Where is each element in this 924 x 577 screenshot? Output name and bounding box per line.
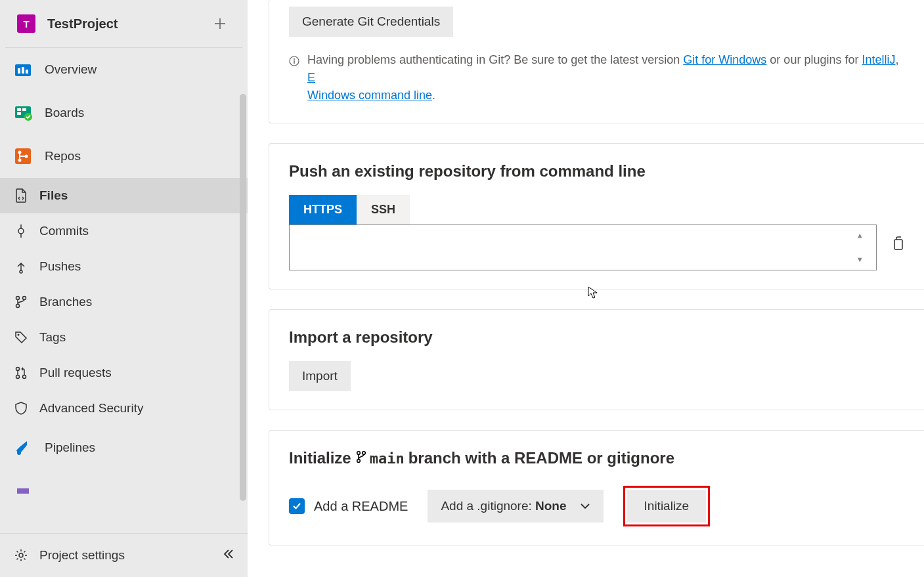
- nav-overview[interactable]: Overview: [0, 48, 248, 91]
- nav-pipelines[interactable]: Pipelines: [0, 426, 248, 469]
- nav-label: Pull requests: [39, 366, 112, 380]
- link-intellij[interactable]: IntelliJ: [862, 53, 895, 66]
- svg-point-11: [18, 159, 22, 162]
- nav-branches[interactable]: Branches: [0, 284, 248, 320]
- svg-rect-6: [17, 112, 21, 115]
- svg-rect-23: [17, 488, 29, 494]
- sidebar-header: T TestProject: [5, 0, 242, 48]
- tab-ssh[interactable]: SSH: [357, 195, 410, 224]
- check-icon: [292, 502, 301, 511]
- import-button[interactable]: Import: [289, 361, 351, 391]
- artifacts-icon: [13, 481, 33, 501]
- branch-name: main: [370, 450, 405, 467]
- chevron-down-icon: [580, 503, 590, 509]
- branches-icon: [13, 294, 29, 310]
- nav-item-partial[interactable]: [0, 469, 248, 501]
- pipelines-icon: [13, 438, 33, 458]
- plus-icon: [214, 18, 226, 30]
- import-title: Import a repository: [289, 328, 904, 347]
- svg-point-17: [23, 297, 26, 300]
- scroll-down-arrow[interactable]: ▼: [858, 256, 867, 263]
- code-scrollbar[interactable]: ▲ ▼: [858, 232, 867, 263]
- branch-chip: main: [355, 450, 405, 467]
- svg-point-18: [18, 334, 20, 336]
- main-content: Generate Git Credentials Having problems…: [248, 0, 924, 577]
- svg-point-10: [18, 151, 22, 154]
- svg-point-15: [16, 297, 20, 300]
- nav-label: Commits: [39, 224, 89, 238]
- nav-label: Tags: [39, 330, 66, 345]
- project-name[interactable]: TestProject: [47, 16, 209, 32]
- add-project-button[interactable]: [209, 13, 231, 34]
- nav-pull-requests[interactable]: Pull requests: [0, 355, 248, 391]
- shield-icon: [13, 400, 29, 416]
- branch-icon: [355, 450, 367, 467]
- gear-icon: [13, 545, 29, 565]
- scroll-up-arrow[interactable]: ▲: [858, 232, 867, 239]
- initialize-button[interactable]: Initialize: [627, 490, 707, 523]
- nav-label: Files: [39, 188, 68, 203]
- nav-files[interactable]: Files: [0, 178, 248, 213]
- nav-repos[interactable]: Repos: [0, 135, 248, 178]
- push-commands-text: [299, 232, 858, 263]
- scrollbar-thumb[interactable]: [240, 94, 246, 501]
- link-windows-command-line[interactable]: Windows command line: [307, 89, 432, 102]
- info-text-part: Having problems authenticating in Git? B…: [307, 53, 683, 66]
- svg-point-22: [17, 451, 21, 455]
- nav-boards[interactable]: Boards: [0, 91, 248, 135]
- sidebar-footer[interactable]: Project settings: [0, 533, 248, 577]
- svg-rect-27: [294, 60, 294, 64]
- commits-icon: [13, 223, 29, 239]
- import-card: Import a repository Import: [269, 309, 924, 410]
- credentials-card: Generate Git Credentials Having problems…: [269, 0, 924, 123]
- svg-rect-7: [22, 108, 26, 111]
- sidebar: T TestProject Overview Boards: [0, 0, 248, 577]
- nav-label: Repos: [45, 149, 81, 163]
- gitignore-dropdown[interactable]: Add a .gitignore: None: [428, 490, 603, 523]
- svg-rect-28: [894, 240, 902, 249]
- nav-pushes[interactable]: Pushes: [0, 249, 248, 284]
- svg-point-30: [357, 459, 360, 462]
- svg-rect-5: [17, 108, 21, 111]
- link-git-for-windows[interactable]: Git for Windows: [683, 53, 766, 66]
- initialize-title: Initialize main branch with a README or …: [289, 449, 904, 467]
- svg-point-14: [20, 270, 22, 273]
- svg-rect-1: [18, 68, 20, 74]
- svg-point-20: [16, 375, 20, 379]
- generate-credentials-button[interactable]: Generate Git Credentials: [289, 7, 453, 37]
- nav-label: Boards: [45, 106, 84, 120]
- project-avatar: T: [17, 14, 35, 33]
- info-text-part: ,: [895, 53, 898, 66]
- nav-label: Overview: [45, 62, 97, 77]
- svg-point-24: [19, 553, 23, 557]
- files-icon: [13, 188, 29, 203]
- pushes-icon: [13, 259, 29, 274]
- push-commands-box[interactable]: ▲ ▼: [289, 224, 877, 270]
- init-title-prefix: Initialize: [289, 449, 351, 467]
- readme-checkbox[interactable]: [289, 498, 305, 514]
- readme-label: Add a README: [314, 499, 408, 514]
- nav-label: Branches: [39, 295, 92, 309]
- protocol-tabs: HTTPS SSH: [289, 195, 904, 224]
- gitignore-prefix: Add a .gitignore:: [441, 499, 535, 513]
- svg-point-12: [25, 155, 28, 158]
- info-text-part: .: [432, 89, 435, 102]
- copy-button[interactable]: [891, 236, 904, 253]
- sidebar-scrollbar[interactable]: [240, 94, 248, 501]
- svg-point-13: [18, 228, 24, 234]
- push-title: Push an existing repository from command…: [289, 162, 904, 181]
- nav-tags[interactable]: Tags: [0, 320, 248, 355]
- svg-point-16: [16, 305, 20, 308]
- push-card: Push an existing repository from command…: [269, 143, 924, 289]
- tab-https[interactable]: HTTPS: [289, 195, 357, 224]
- nav-advanced-security[interactable]: Advanced Security: [0, 391, 248, 426]
- info-icon: [289, 54, 299, 72]
- link-eclipse[interactable]: E: [307, 71, 315, 84]
- tags-icon: [13, 330, 29, 345]
- boards-icon: [13, 103, 33, 123]
- collapse-sidebar-button[interactable]: [223, 548, 234, 563]
- init-title-suffix: branch with a README or gitignore: [408, 449, 674, 467]
- nav-label: Pipelines: [45, 440, 95, 455]
- nav-commits[interactable]: Commits: [0, 213, 248, 249]
- info-text-part: or our plugins for: [766, 53, 862, 66]
